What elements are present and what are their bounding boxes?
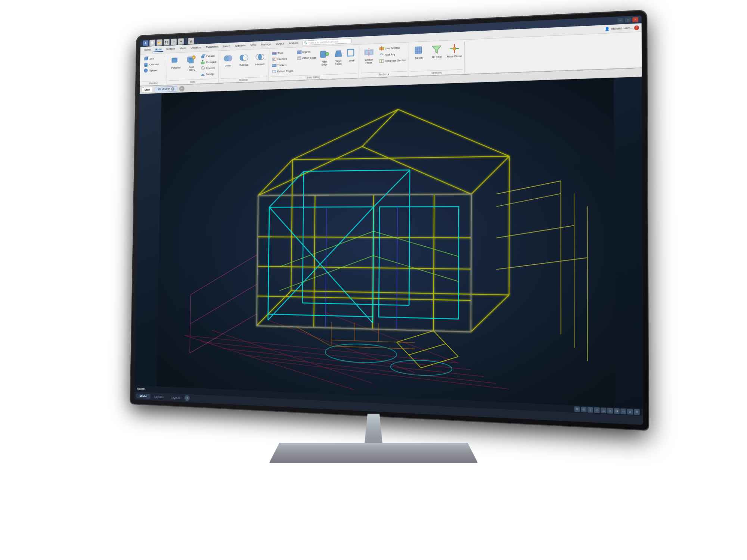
box-button[interactable]: Box: [143, 55, 160, 62]
keyword-search[interactable]: 🔍 Type a keyword or phrase: [302, 38, 352, 46]
fillet-edge-label: FilletEdge: [322, 60, 328, 66]
boolean-content: Union Subtract Intersect: [220, 50, 267, 78]
cylinder-button[interactable]: Cylinder: [143, 61, 160, 68]
tab-visualize[interactable]: Visualize: [189, 46, 203, 51]
tab-view[interactable]: View: [249, 43, 258, 48]
sweep-icon: [201, 72, 205, 77]
new-tab-button[interactable]: +: [179, 85, 185, 91]
culling-button[interactable]: Culling: [411, 43, 428, 60]
tab-label: 3D Model*: [158, 87, 170, 91]
grid-icon[interactable]: ⊞: [574, 406, 580, 412]
tab-close-button[interactable]: ✕: [171, 87, 174, 91]
sphere-icon: [143, 68, 148, 73]
polysolid-button[interactable]: Polysolid: [169, 55, 183, 71]
no-filter-icon: [431, 44, 442, 55]
add-jog-icon: [379, 52, 384, 57]
interfere-icon: [272, 57, 277, 62]
undo-button[interactable]: ↩: [171, 38, 177, 45]
taper-faces-button[interactable]: TaperFaces: [332, 47, 345, 66]
intersect-icon: [255, 52, 265, 63]
tab-mesh[interactable]: Mesh: [178, 46, 188, 51]
section-plane-button[interactable]: SectionPlane: [361, 46, 377, 65]
app-icon[interactable]: A: [143, 40, 148, 46]
move-gizmo-button[interactable]: Move Gizmo: [446, 42, 463, 59]
cylinder-icon: [143, 62, 148, 67]
shell-button[interactable]: Shell: [346, 47, 357, 63]
thicken-button[interactable]: Thicken: [271, 62, 295, 68]
redo-button[interactable]: ↪: [178, 38, 184, 45]
ortho-icon[interactable]: ┼: [588, 407, 593, 413]
svg-point-20: [227, 55, 232, 61]
help-icon[interactable]: ?: [634, 25, 639, 30]
union-button[interactable]: Union: [220, 52, 235, 68]
layout1-tab[interactable]: Layout1: [151, 394, 167, 399]
workspace-icon[interactable]: ⚙: [634, 409, 640, 415]
solid-editing-group: Slice Interfere Thicken: [269, 46, 359, 81]
extract-edges-icon: [272, 69, 276, 74]
new-button[interactable]: 📄: [149, 40, 155, 46]
box-icon: [144, 56, 148, 62]
start-button[interactable]: Start: [142, 87, 153, 93]
subtract-label: Subtract: [239, 63, 248, 66]
close-button[interactable]: ✕: [632, 17, 638, 22]
tab-insert[interactable]: Insert: [222, 44, 232, 49]
extract-edges-button[interactable]: Extract Edges: [271, 68, 295, 74]
selection-group: Culling No Filter Move Giz: [409, 41, 465, 76]
tab-solid[interactable]: Solid: [154, 47, 163, 52]
sweep-button[interactable]: Sweep: [199, 71, 217, 77]
maximize-button[interactable]: □: [625, 18, 630, 22]
minimize-button[interactable]: ─: [618, 18, 623, 23]
solid-editing-stack2: Imprint Offset Edge: [295, 49, 317, 61]
lineweight-icon[interactable]: ≡: [607, 408, 613, 414]
svg-point-37: [325, 52, 329, 56]
sphere-button[interactable]: Sphere: [143, 67, 160, 74]
3d-model-tab[interactable]: 3D Model* ✕: [155, 86, 177, 92]
save-button[interactable]: 💾: [164, 39, 170, 46]
section-plane-label: SectionPlane: [365, 58, 373, 64]
offset-edge-button[interactable]: Offset Edge: [295, 55, 317, 61]
revolve-button[interactable]: Revolve: [199, 65, 217, 71]
polar-icon[interactable]: ◇: [594, 407, 599, 413]
tab-parametric[interactable]: Parametric: [204, 44, 221, 50]
extrude-button[interactable]: Extrude: [200, 53, 217, 59]
tab-manage[interactable]: Manage: [259, 42, 273, 47]
union-icon: [223, 53, 233, 64]
tab-output[interactable]: Output: [274, 41, 286, 47]
svg-line-133: [587, 206, 588, 361]
add-layout-button[interactable]: +: [185, 395, 190, 401]
svg-rect-30: [272, 66, 276, 67]
imprint-button[interactable]: Imprint: [296, 49, 317, 55]
presspull-button[interactable]: Presspull: [200, 59, 217, 65]
add-jog-button[interactable]: Add Jog: [378, 51, 407, 58]
selection-icon[interactable]: ▭: [620, 408, 626, 414]
tab-home[interactable]: Home: [142, 48, 152, 53]
interfere-button[interactable]: Interfere: [271, 56, 295, 62]
section-group: SectionPlane Live Section Add Jog: [359, 44, 409, 78]
open-button[interactable]: 📂: [156, 39, 162, 46]
slice-button[interactable]: Slice: [271, 49, 295, 56]
fillet-edge-button[interactable]: FilletEdge: [318, 48, 331, 67]
print-button[interactable]: 🖨: [188, 38, 194, 44]
tab-addins[interactable]: Add-ins: [287, 41, 300, 46]
generate-section-icon: [379, 58, 384, 63]
polysolid-label: Polysolid: [171, 66, 181, 69]
tab-annotate[interactable]: Annotate: [233, 43, 247, 49]
svg-rect-0: [145, 57, 147, 60]
live-section-icon: [379, 46, 384, 51]
annotation-icon[interactable]: A: [627, 409, 633, 415]
culling-icon: [414, 44, 425, 56]
intersect-button[interactable]: Intersect: [252, 50, 267, 67]
transparency-icon[interactable]: ◑: [614, 408, 620, 414]
subtract-button[interactable]: Subtract: [236, 51, 251, 67]
layout2-tab[interactable]: Layout2: [168, 395, 184, 401]
no-filter-button[interactable]: No Filter: [428, 43, 445, 60]
monitor-stand-base: [269, 443, 478, 463]
osnap-icon[interactable]: △: [601, 407, 607, 413]
tab-surface[interactable]: Surface: [164, 47, 177, 52]
model-tab[interactable]: Model: [136, 393, 151, 399]
generate-section-button[interactable]: Generate Section: [378, 57, 407, 64]
taper-faces-label: TaperFaces: [335, 60, 342, 66]
polysolid-icon: [171, 55, 181, 66]
snap-icon[interactable]: ◎: [581, 407, 586, 413]
solid-history-button[interactable]: SolidHistory: [184, 54, 199, 72]
